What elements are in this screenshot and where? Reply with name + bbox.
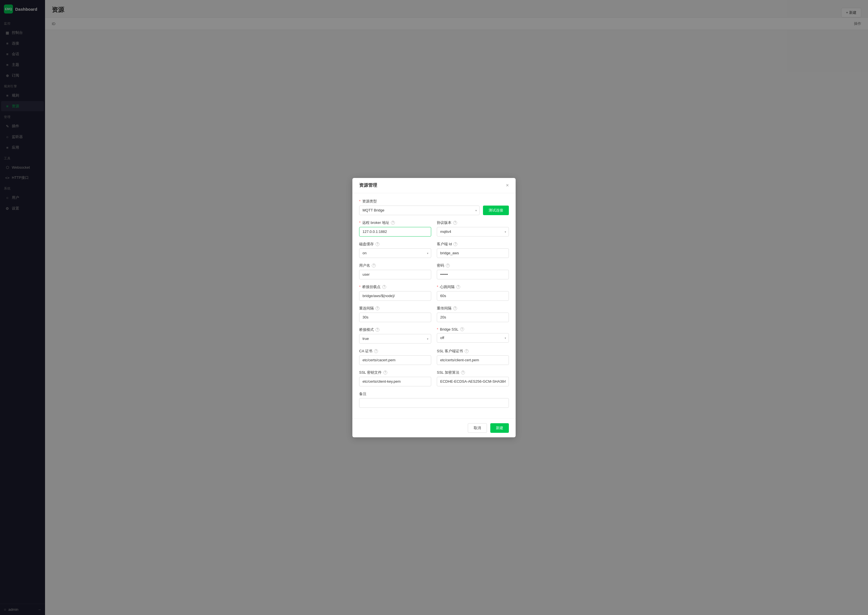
client-id-input[interactable] xyxy=(437,248,509,258)
protocol-label: 协议版本 ? xyxy=(437,220,509,225)
disk-cache-group: 磁盘缓存 ? on off ▾ xyxy=(359,242,431,258)
retransmit-group: 重传间隔 ? xyxy=(437,306,509,322)
modal-header: 资源管理 × xyxy=(352,178,516,193)
ssl-client-cert-help-icon: ? xyxy=(465,349,469,353)
resource-type-select-wrapper: MQTT Bridge ▾ xyxy=(359,206,480,215)
note-group: 备注 xyxy=(359,392,509,408)
bridge-ssl-help-icon: ? xyxy=(460,327,464,331)
cache-clientid-row: 磁盘缓存 ? on off ▾ 客户端 Id ? xyxy=(359,242,509,258)
username-help-icon: ? xyxy=(372,264,376,267)
protocol-select-wrapper: mqttv4 mqttv3 ▾ xyxy=(437,227,509,237)
heartbeat-group: * 心跳间隔 ? xyxy=(437,284,509,301)
modal-title: 资源管理 xyxy=(359,183,377,188)
disk-cache-help-icon: ? xyxy=(376,242,379,246)
modal-footer: 取消 新建 xyxy=(352,418,516,437)
note-row: 备注 xyxy=(359,392,509,408)
ssl-key-group: SSL 密钥文件 ? xyxy=(359,370,431,386)
note-input[interactable] xyxy=(359,398,509,408)
broker-input[interactable] xyxy=(359,227,431,237)
submit-button[interactable]: 新建 xyxy=(490,423,509,433)
bridgemode-ssl-row: 桥接模式 ? true false ▾ * Bridge SSL xyxy=(359,327,509,343)
ca-cert-help-icon: ? xyxy=(374,349,378,353)
resource-type-row: * 资源类型 MQTT Bridge ▾ 测试连接 xyxy=(359,199,509,215)
broker-group: * 远程 broker 地址 ? xyxy=(359,220,431,237)
password-group: 密码 ? xyxy=(437,263,509,279)
client-id-help-icon: ? xyxy=(453,242,457,246)
password-label: 密码 ? xyxy=(437,263,509,268)
modal-overlay[interactable]: 资源管理 × * 资源类型 MQTT Bridge ▾ xyxy=(0,0,868,615)
modal-body: * 资源类型 MQTT Bridge ▾ 测试连接 * xyxy=(352,193,516,418)
reconnect-group: 重连间隔 ? xyxy=(359,306,431,322)
reconnect-label: 重连间隔 ? xyxy=(359,306,431,311)
heartbeat-label: * 心跳间隔 ? xyxy=(437,284,509,289)
reconnect-help-icon: ? xyxy=(376,306,379,310)
heartbeat-input[interactable] xyxy=(437,291,509,301)
password-help-icon: ? xyxy=(446,264,450,267)
disk-cache-select-wrapper: on off ▾ xyxy=(359,248,431,258)
ssl-client-cert-label: SSL 客户端证书 ? xyxy=(437,349,509,354)
bridge-mode-select[interactable]: true false xyxy=(359,334,431,343)
broker-help-icon: ? xyxy=(391,221,395,225)
bridge-mode-group: 桥接模式 ? true false ▾ xyxy=(359,327,431,343)
bridge-mount-group: * 桥接挂载点 ? xyxy=(359,284,431,301)
disk-cache-select[interactable]: on off xyxy=(359,248,431,258)
broker-label: * 远程 broker 地址 ? xyxy=(359,220,431,225)
protocol-select[interactable]: mqttv4 mqttv3 xyxy=(437,227,509,237)
sslkey-cipher-row: SSL 密钥文件 ? SSL 加密算法 ? xyxy=(359,370,509,386)
resource-type-label: * 资源类型 xyxy=(359,199,480,204)
bridge-mode-label: 桥接模式 ? xyxy=(359,327,431,332)
username-input[interactable] xyxy=(359,270,431,279)
mount-heartbeat-row: * 桥接挂载点 ? * 心跳间隔 ? xyxy=(359,284,509,301)
username-group: 用户名 ? xyxy=(359,263,431,279)
reconnect-input[interactable] xyxy=(359,312,431,322)
ssl-cipher-group: SSL 加密算法 ? xyxy=(437,370,509,386)
ssl-key-input[interactable] xyxy=(359,377,431,386)
username-label: 用户名 ? xyxy=(359,263,431,268)
bridge-mount-help-icon: ? xyxy=(382,285,386,289)
bridge-ssl-select[interactable]: off on xyxy=(437,333,509,343)
ssl-cipher-help-icon: ? xyxy=(461,371,465,375)
client-id-group: 客户端 Id ? xyxy=(437,242,509,258)
bridge-mount-input[interactable] xyxy=(359,291,431,301)
bridge-mode-help-icon: ? xyxy=(376,328,379,332)
ssl-client-cert-input[interactable] xyxy=(437,355,509,365)
bridge-mount-label: * 桥接挂载点 ? xyxy=(359,284,431,289)
ca-cert-input[interactable] xyxy=(359,355,431,365)
protocol-group: 协议版本 ? mqttv4 mqttv3 ▾ xyxy=(437,220,509,237)
ssl-key-help-icon: ? xyxy=(383,371,387,375)
modal-close-button[interactable]: × xyxy=(506,183,509,188)
protocol-help-icon: ? xyxy=(453,221,457,225)
ssl-cipher-input[interactable] xyxy=(437,377,509,386)
ssl-cipher-label: SSL 加密算法 ? xyxy=(437,370,509,375)
ssl-client-cert-group: SSL 客户端证书 ? xyxy=(437,349,509,365)
retransmit-help-icon: ? xyxy=(453,306,457,310)
retransmit-input[interactable] xyxy=(437,312,509,322)
ca-sslcert-row: CA 证书 ? SSL 客户端证书 ? xyxy=(359,349,509,365)
heartbeat-help-icon: ? xyxy=(456,285,460,289)
username-password-row: 用户名 ? 密码 ? xyxy=(359,263,509,279)
cancel-button[interactable]: 取消 xyxy=(468,423,487,433)
bridge-ssl-select-wrapper: off on ▾ xyxy=(437,333,509,343)
bridge-ssl-group: * Bridge SSL ? off on ▾ xyxy=(437,327,509,343)
resource-type-select[interactable]: MQTT Bridge xyxy=(359,206,480,215)
password-input[interactable] xyxy=(437,270,509,279)
broker-protocol-row: * 远程 broker 地址 ? 协议版本 ? mqttv4 mqttv3 xyxy=(359,220,509,237)
ca-cert-label: CA 证书 ? xyxy=(359,349,431,354)
modal: 资源管理 × * 资源类型 MQTT Bridge ▾ xyxy=(352,178,516,437)
bridge-ssl-label: * Bridge SSL ? xyxy=(437,327,509,331)
retransmit-label: 重传间隔 ? xyxy=(437,306,509,311)
note-label: 备注 xyxy=(359,392,509,396)
client-id-label: 客户端 Id ? xyxy=(437,242,509,247)
bridge-mode-select-wrapper: true false ▾ xyxy=(359,334,431,343)
reconnect-retransmit-row: 重连间隔 ? 重传间隔 ? xyxy=(359,306,509,322)
resource-type-group: * 资源类型 MQTT Bridge ▾ xyxy=(359,199,480,215)
ssl-key-label: SSL 密钥文件 ? xyxy=(359,370,431,375)
ca-cert-group: CA 证书 ? xyxy=(359,349,431,365)
disk-cache-label: 磁盘缓存 ? xyxy=(359,242,431,247)
test-connection-button[interactable]: 测试连接 xyxy=(483,206,509,215)
